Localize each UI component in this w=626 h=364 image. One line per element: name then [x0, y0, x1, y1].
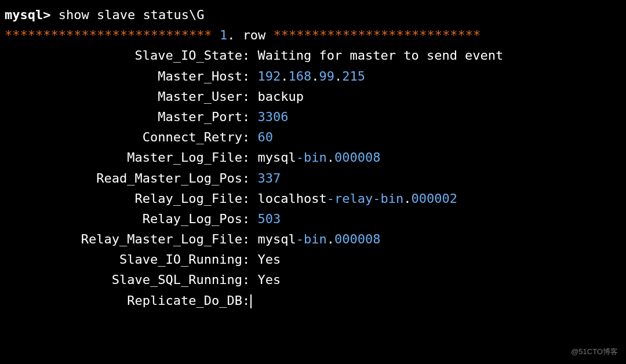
row-relay-log-file: Relay_Log_File: localhost-relay-bin.0000… — [5, 188, 621, 209]
row-separator: *************************** 1. row *****… — [5, 25, 621, 45]
value-number: 60 — [258, 130, 274, 144]
row-master-log-file: Master_Log_File: mysql-bin.000008 — [5, 147, 621, 168]
file-part: localhost — [258, 191, 327, 206]
key-label: Relay_Master_Log_File — [5, 229, 242, 249]
key-label: Master_User — [5, 86, 242, 107]
row-slave-io-state: Slave_IO_State: Waiting for master to se… — [5, 45, 621, 65]
file-part: bin — [304, 150, 327, 165]
file-part: bin — [380, 191, 403, 206]
key-label: Slave_SQL_Running — [5, 270, 242, 290]
ip-octet: 215 — [342, 69, 365, 83]
ip-octet: 192 — [258, 69, 281, 83]
ip-octet: 99 — [319, 69, 335, 83]
file-part: mysql — [258, 150, 296, 165]
key-label: Slave_IO_Running — [5, 249, 242, 270]
key-label: Master_Log_File — [5, 147, 242, 168]
row-relay-log-pos: Relay_Log_Pos: 503 — [5, 209, 621, 229]
value-number: 337 — [258, 171, 281, 185]
file-part: 000002 — [411, 191, 457, 206]
mysql-prompt: mysql> — [5, 8, 50, 22]
row-read-master-log-pos: Read_Master_Log_Pos: 337 — [5, 168, 621, 188]
file-part: 000008 — [334, 232, 380, 246]
value-number: 503 — [258, 212, 281, 226]
value-text: backup — [258, 89, 304, 104]
row-slave-io-running: Slave_IO_Running: Yes — [5, 249, 621, 270]
row-slave-sql-running: Slave_SQL_Running: Yes — [5, 270, 621, 290]
file-part: bin — [304, 232, 327, 246]
stars-right: *************************** — [274, 28, 481, 42]
row-replicate-do-db: Replicate_Do_DB: — [5, 290, 621, 311]
key-label: Slave_IO_State — [5, 45, 242, 65]
key-label: Replicate_Do_DB — [5, 290, 242, 311]
value-text: Yes — [258, 252, 281, 267]
row-label: row — [243, 28, 266, 42]
row-relay-master-log-file: Relay_Master_Log_File: mysql-bin.000008 — [5, 229, 621, 249]
value-text: Yes — [258, 272, 281, 287]
key-label: Read_Master_Log_Pos — [5, 168, 242, 188]
row-master-user: Master_User: backup — [5, 86, 621, 107]
row-connect-retry: Connect_Retry: 60 — [5, 127, 621, 147]
cursor-icon — [250, 294, 252, 308]
file-part: 000008 — [334, 150, 380, 165]
key-label: Connect_Retry — [5, 127, 242, 147]
prompt-line: mysql> show slave status\G — [5, 5, 621, 25]
stars-left: *************************** — [5, 28, 212, 42]
key-label: Master_Host — [5, 66, 242, 86]
command-text: show slave status\G — [59, 8, 205, 22]
ip-octet: 168 — [289, 69, 312, 83]
file-part: relay — [334, 191, 373, 206]
watermark-text: @51CTO博客 — [571, 346, 618, 358]
row-dot: . — [227, 28, 235, 42]
value-number: 3306 — [258, 110, 289, 124]
row-master-host: Master_Host: 192.168.99.215 — [5, 66, 621, 86]
row-number: 1 — [220, 28, 227, 42]
key-label: Relay_Log_Pos — [5, 209, 242, 229]
value-text: Waiting for master to send event — [258, 48, 504, 63]
row-master-port: Master_Port: 3306 — [5, 107, 621, 127]
key-label: Master_Port — [5, 107, 242, 127]
key-label: Relay_Log_File — [5, 188, 242, 209]
file-part: mysql — [258, 232, 296, 246]
